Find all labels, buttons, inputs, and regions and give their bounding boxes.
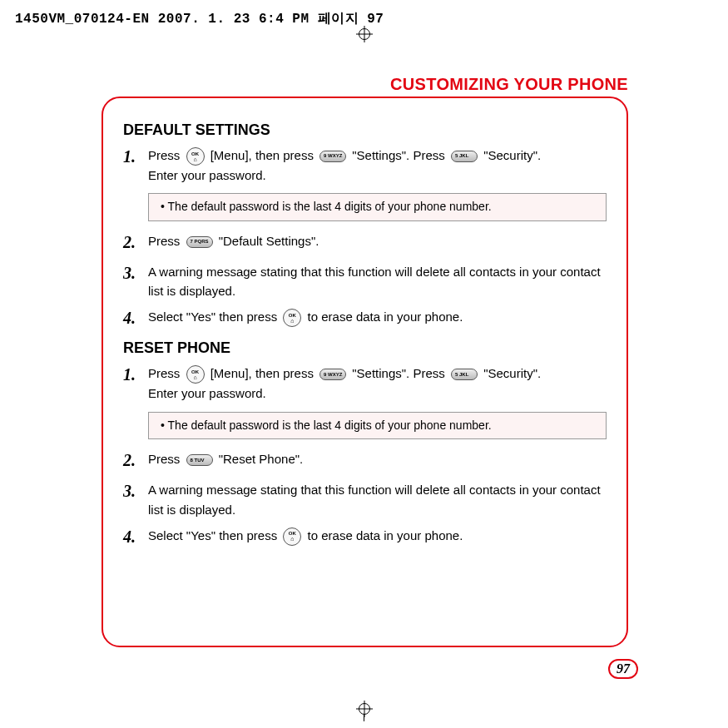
step-4: 4. Select "Yes" then press OK⌂ to erase … — [123, 305, 607, 331]
step-num: 4. — [123, 524, 148, 550]
page-title: CUSTOMIZING YOUR PHONE — [390, 75, 628, 94]
step-num: 2. — [123, 230, 148, 255]
key-9-icon: 9 WXYZ — [319, 369, 346, 380]
step-body: Select "Yes" then press OK⌂ to erase dat… — [148, 305, 607, 327]
step-num: 1. — [123, 362, 148, 388]
content-box: DEFAULT SETTINGS 1. Press OK⌂ [Menu], th… — [102, 97, 628, 647]
steps-reset-phone-cont: 2. Press 8 TUV "Reset Phone". 3. A warni… — [123, 448, 607, 550]
key-8-icon: 8 TUV — [186, 454, 213, 466]
note-reset-phone: The default password is the last 4 digit… — [148, 412, 607, 440]
step-2: 2. Press 7 PQRS "Default Settings". — [123, 230, 607, 255]
step-num: 2. — [123, 448, 148, 473]
ok-key-icon: OK⌂ — [283, 309, 301, 327]
key-5-icon: 5 JKL — [451, 369, 478, 380]
step-1: 1. Press OK⌂ [Menu], then press 9 WXYZ "… — [123, 362, 607, 403]
step-body: A warning message stating that this func… — [148, 478, 607, 519]
key-7-icon: 7 PQRS — [186, 236, 213, 248]
note-text: The default password is the last 4 digit… — [161, 200, 492, 213]
step-num: 1. — [123, 144, 148, 170]
heading-default-settings: DEFAULT SETTINGS — [123, 121, 607, 139]
note-text: The default password is the last 4 digit… — [161, 418, 492, 432]
crop-mark-bottom-icon — [359, 703, 370, 721]
step-num: 4. — [123, 305, 148, 331]
steps-default-settings: 1. Press OK⌂ [Menu], then press 9 WXYZ "… — [123, 144, 607, 185]
step-4: 4. Select "Yes" then press OK⌂ to erase … — [123, 524, 607, 550]
key-9-icon: 9 WXYZ — [319, 151, 346, 162]
ok-key-icon: OK⌂ — [186, 147, 205, 166]
print-header: 1450VM_070124-EN 2007. 1. 23 6:4 PM 페이지 … — [15, 10, 384, 27]
step-1: 1. Press OK⌂ [Menu], then press 9 WXYZ "… — [123, 144, 607, 185]
step-3: 3. A warning message stating that this f… — [123, 478, 607, 519]
step-body: Press 7 PQRS "Default Settings". — [148, 230, 607, 250]
ok-key-icon: OK⌂ — [283, 527, 301, 546]
step-2: 2. Press 8 TUV "Reset Phone". — [123, 448, 607, 473]
step-num: 3. — [123, 260, 148, 286]
crop-mark-top-icon — [359, 28, 370, 40]
step-body: A warning message stating that this func… — [148, 260, 607, 301]
step-body: Press 8 TUV "Reset Phone". — [148, 448, 607, 468]
steps-default-settings-cont: 2. Press 7 PQRS "Default Settings". 3. A… — [123, 230, 607, 332]
page-number: 97 — [608, 659, 638, 679]
step-num: 3. — [123, 478, 148, 504]
key-5-icon: 5 JKL — [451, 151, 478, 162]
step-3: 3. A warning message stating that this f… — [123, 260, 607, 301]
step-body: Select "Yes" then press OK⌂ to erase dat… — [148, 524, 607, 546]
note-default-settings: The default password is the last 4 digit… — [148, 193, 607, 221]
ok-key-icon: OK⌂ — [186, 365, 205, 384]
step-body: Press OK⌂ [Menu], then press 9 WXYZ "Set… — [148, 144, 607, 185]
heading-reset-phone: RESET PHONE — [123, 339, 607, 357]
step-body: Press OK⌂ [Menu], then press 9 WXYZ "Set… — [148, 362, 607, 403]
steps-reset-phone: 1. Press OK⌂ [Menu], then press 9 WXYZ "… — [123, 362, 607, 403]
